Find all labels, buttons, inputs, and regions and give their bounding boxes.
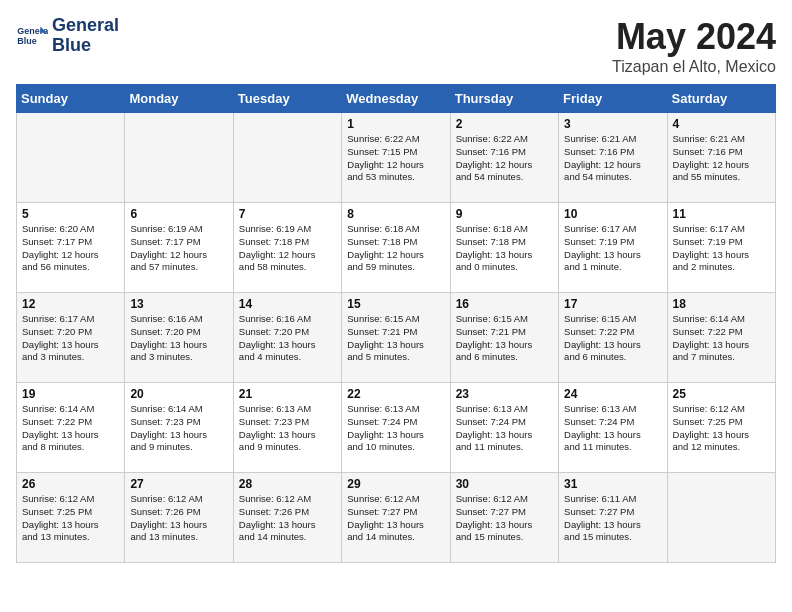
- logo-icon: General Blue: [16, 20, 48, 52]
- day-info: Sunrise: 6:18 AM Sunset: 7:18 PM Dayligh…: [456, 223, 553, 274]
- day-info: Sunrise: 6:20 AM Sunset: 7:17 PM Dayligh…: [22, 223, 119, 274]
- day-info: Sunrise: 6:13 AM Sunset: 7:24 PM Dayligh…: [456, 403, 553, 454]
- day-info: Sunrise: 6:15 AM Sunset: 7:21 PM Dayligh…: [456, 313, 553, 364]
- day-number: 17: [564, 297, 661, 311]
- day-info: Sunrise: 6:12 AM Sunset: 7:27 PM Dayligh…: [456, 493, 553, 544]
- day-number: 24: [564, 387, 661, 401]
- day-number: 16: [456, 297, 553, 311]
- header-cell-saturday: Saturday: [667, 85, 775, 113]
- day-cell: 23Sunrise: 6:13 AM Sunset: 7:24 PM Dayli…: [450, 383, 558, 473]
- day-number: 10: [564, 207, 661, 221]
- header-cell-tuesday: Tuesday: [233, 85, 341, 113]
- day-number: 14: [239, 297, 336, 311]
- day-number: 20: [130, 387, 227, 401]
- day-info: Sunrise: 6:12 AM Sunset: 7:26 PM Dayligh…: [239, 493, 336, 544]
- day-info: Sunrise: 6:22 AM Sunset: 7:16 PM Dayligh…: [456, 133, 553, 184]
- day-cell: 9Sunrise: 6:18 AM Sunset: 7:18 PM Daylig…: [450, 203, 558, 293]
- day-number: 23: [456, 387, 553, 401]
- header-cell-thursday: Thursday: [450, 85, 558, 113]
- day-number: 21: [239, 387, 336, 401]
- header-cell-monday: Monday: [125, 85, 233, 113]
- day-info: Sunrise: 6:13 AM Sunset: 7:24 PM Dayligh…: [564, 403, 661, 454]
- header-cell-friday: Friday: [559, 85, 667, 113]
- day-number: 31: [564, 477, 661, 491]
- day-cell: 25Sunrise: 6:12 AM Sunset: 7:25 PM Dayli…: [667, 383, 775, 473]
- day-number: 19: [22, 387, 119, 401]
- day-number: 25: [673, 387, 770, 401]
- day-number: 2: [456, 117, 553, 131]
- day-info: Sunrise: 6:22 AM Sunset: 7:15 PM Dayligh…: [347, 133, 444, 184]
- day-info: Sunrise: 6:19 AM Sunset: 7:17 PM Dayligh…: [130, 223, 227, 274]
- page-header: General Blue General Blue May 2024 Tizap…: [16, 16, 776, 76]
- day-cell: 10Sunrise: 6:17 AM Sunset: 7:19 PM Dayli…: [559, 203, 667, 293]
- header-cell-sunday: Sunday: [17, 85, 125, 113]
- day-info: Sunrise: 6:12 AM Sunset: 7:25 PM Dayligh…: [22, 493, 119, 544]
- day-number: 27: [130, 477, 227, 491]
- day-info: Sunrise: 6:18 AM Sunset: 7:18 PM Dayligh…: [347, 223, 444, 274]
- day-info: Sunrise: 6:17 AM Sunset: 7:19 PM Dayligh…: [564, 223, 661, 274]
- day-cell: 31Sunrise: 6:11 AM Sunset: 7:27 PM Dayli…: [559, 473, 667, 563]
- day-number: 9: [456, 207, 553, 221]
- day-cell: 4Sunrise: 6:21 AM Sunset: 7:16 PM Daylig…: [667, 113, 775, 203]
- day-cell: 3Sunrise: 6:21 AM Sunset: 7:16 PM Daylig…: [559, 113, 667, 203]
- day-cell: 5Sunrise: 6:20 AM Sunset: 7:17 PM Daylig…: [17, 203, 125, 293]
- day-cell: 7Sunrise: 6:19 AM Sunset: 7:18 PM Daylig…: [233, 203, 341, 293]
- day-cell: 19Sunrise: 6:14 AM Sunset: 7:22 PM Dayli…: [17, 383, 125, 473]
- day-cell: 13Sunrise: 6:16 AM Sunset: 7:20 PM Dayli…: [125, 293, 233, 383]
- title-block: May 2024 Tizapan el Alto, Mexico: [612, 16, 776, 76]
- day-cell: 21Sunrise: 6:13 AM Sunset: 7:23 PM Dayli…: [233, 383, 341, 473]
- day-info: Sunrise: 6:11 AM Sunset: 7:27 PM Dayligh…: [564, 493, 661, 544]
- logo: General Blue General Blue: [16, 16, 119, 56]
- header-row: SundayMondayTuesdayWednesdayThursdayFrid…: [17, 85, 776, 113]
- day-info: Sunrise: 6:16 AM Sunset: 7:20 PM Dayligh…: [130, 313, 227, 364]
- day-number: 3: [564, 117, 661, 131]
- day-cell: 24Sunrise: 6:13 AM Sunset: 7:24 PM Dayli…: [559, 383, 667, 473]
- day-number: 18: [673, 297, 770, 311]
- day-cell: 16Sunrise: 6:15 AM Sunset: 7:21 PM Dayli…: [450, 293, 558, 383]
- day-number: 26: [22, 477, 119, 491]
- day-number: 15: [347, 297, 444, 311]
- day-cell: 30Sunrise: 6:12 AM Sunset: 7:27 PM Dayli…: [450, 473, 558, 563]
- day-info: Sunrise: 6:15 AM Sunset: 7:22 PM Dayligh…: [564, 313, 661, 364]
- day-info: Sunrise: 6:15 AM Sunset: 7:21 PM Dayligh…: [347, 313, 444, 364]
- day-info: Sunrise: 6:13 AM Sunset: 7:24 PM Dayligh…: [347, 403, 444, 454]
- day-cell: 11Sunrise: 6:17 AM Sunset: 7:19 PM Dayli…: [667, 203, 775, 293]
- day-number: 1: [347, 117, 444, 131]
- day-info: Sunrise: 6:17 AM Sunset: 7:20 PM Dayligh…: [22, 313, 119, 364]
- day-cell: 28Sunrise: 6:12 AM Sunset: 7:26 PM Dayli…: [233, 473, 341, 563]
- day-cell: 29Sunrise: 6:12 AM Sunset: 7:27 PM Dayli…: [342, 473, 450, 563]
- week-row-1: 1Sunrise: 6:22 AM Sunset: 7:15 PM Daylig…: [17, 113, 776, 203]
- day-cell: 26Sunrise: 6:12 AM Sunset: 7:25 PM Dayli…: [17, 473, 125, 563]
- day-cell: 27Sunrise: 6:12 AM Sunset: 7:26 PM Dayli…: [125, 473, 233, 563]
- day-info: Sunrise: 6:13 AM Sunset: 7:23 PM Dayligh…: [239, 403, 336, 454]
- day-number: 12: [22, 297, 119, 311]
- header-cell-wednesday: Wednesday: [342, 85, 450, 113]
- day-info: Sunrise: 6:14 AM Sunset: 7:22 PM Dayligh…: [673, 313, 770, 364]
- day-number: 22: [347, 387, 444, 401]
- day-number: 11: [673, 207, 770, 221]
- day-number: 7: [239, 207, 336, 221]
- calendar-body: 1Sunrise: 6:22 AM Sunset: 7:15 PM Daylig…: [17, 113, 776, 563]
- day-cell: 17Sunrise: 6:15 AM Sunset: 7:22 PM Dayli…: [559, 293, 667, 383]
- day-info: Sunrise: 6:19 AM Sunset: 7:18 PM Dayligh…: [239, 223, 336, 274]
- day-cell: 6Sunrise: 6:19 AM Sunset: 7:17 PM Daylig…: [125, 203, 233, 293]
- calendar-header: SundayMondayTuesdayWednesdayThursdayFrid…: [17, 85, 776, 113]
- day-info: Sunrise: 6:12 AM Sunset: 7:27 PM Dayligh…: [347, 493, 444, 544]
- week-row-5: 26Sunrise: 6:12 AM Sunset: 7:25 PM Dayli…: [17, 473, 776, 563]
- day-cell: 12Sunrise: 6:17 AM Sunset: 7:20 PM Dayli…: [17, 293, 125, 383]
- day-number: 28: [239, 477, 336, 491]
- day-number: 13: [130, 297, 227, 311]
- day-cell: [233, 113, 341, 203]
- day-info: Sunrise: 6:12 AM Sunset: 7:25 PM Dayligh…: [673, 403, 770, 454]
- day-number: 8: [347, 207, 444, 221]
- day-cell: [17, 113, 125, 203]
- day-cell: 18Sunrise: 6:14 AM Sunset: 7:22 PM Dayli…: [667, 293, 775, 383]
- day-cell: 22Sunrise: 6:13 AM Sunset: 7:24 PM Dayli…: [342, 383, 450, 473]
- day-cell: 1Sunrise: 6:22 AM Sunset: 7:15 PM Daylig…: [342, 113, 450, 203]
- page-subtitle: Tizapan el Alto, Mexico: [612, 58, 776, 76]
- day-cell: [667, 473, 775, 563]
- day-cell: 14Sunrise: 6:16 AM Sunset: 7:20 PM Dayli…: [233, 293, 341, 383]
- week-row-3: 12Sunrise: 6:17 AM Sunset: 7:20 PM Dayli…: [17, 293, 776, 383]
- svg-text:Blue: Blue: [17, 36, 36, 46]
- day-info: Sunrise: 6:14 AM Sunset: 7:22 PM Dayligh…: [22, 403, 119, 454]
